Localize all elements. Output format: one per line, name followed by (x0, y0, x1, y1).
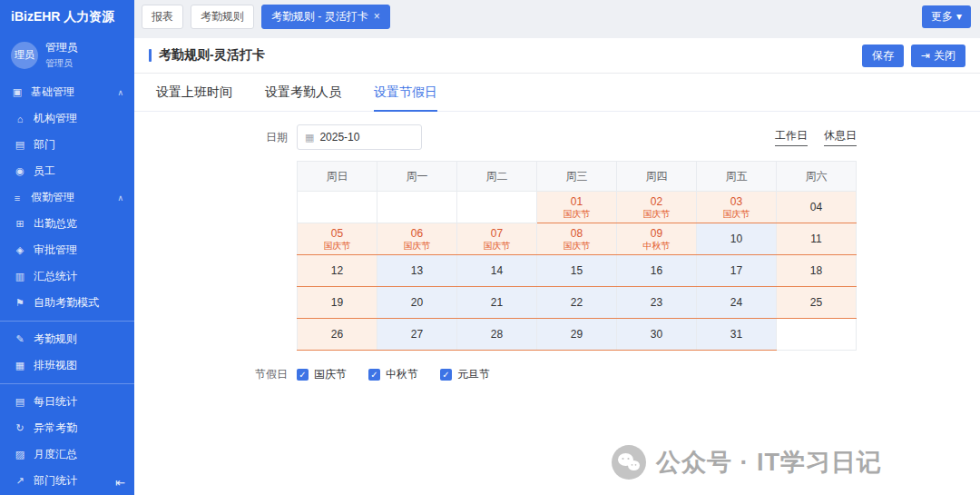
calendar-day-cell[interactable]: 14 (457, 255, 537, 287)
calendar-day-cell[interactable]: 27 (377, 319, 457, 351)
calendar-day-cell[interactable]: 22 (537, 287, 617, 319)
sidebar-item-abnormal-attendance[interactable]: ↻异常考勤 (0, 415, 134, 441)
sidebar-item-dept-stats[interactable]: ↗部门统计 (0, 468, 134, 494)
close-button[interactable]: ⇥ 关闭 (911, 45, 965, 67)
sidebar-item-self-attendance-mode-label: 自助考勤模式 (34, 295, 99, 311)
calendar-day-cell[interactable]: 21 (457, 287, 537, 319)
calendar-day-cell[interactable]: 04 (777, 192, 857, 223)
more-button[interactable]: 更多 ▾ (922, 5, 971, 28)
tab-close-icon[interactable]: × (374, 10, 380, 23)
save-button[interactable]: 保存 (862, 45, 904, 67)
title-row: 考勤规则-灵活打卡 保存 ⇥ 关闭 (134, 38, 980, 74)
date-input[interactable]: ▦ 2025-10 (297, 124, 422, 150)
weekday-header: 周二 (457, 162, 537, 192)
subtab-attendance-staff[interactable]: 设置考勤人员 (265, 84, 341, 112)
sidebar-item-employee[interactable]: ◉员工 (0, 158, 134, 184)
holiday-calendar: 周日周一周二周三周四周五周六 01国庆节02国庆节03国庆节0405国庆节06国… (297, 161, 857, 351)
calendar-day-cell[interactable]: 15 (537, 255, 617, 287)
calendar-day-cell[interactable]: 08国庆节 (537, 223, 617, 255)
checkbox-icon[interactable]: ✓ (368, 369, 380, 381)
sidebar-item-daily-stats[interactable]: ▤每日统计 (0, 389, 134, 415)
tab-attendance-rules-label: 考勤规则 (201, 9, 244, 25)
calendar-weekdays: 周日周一周二周三周四周五周六 (298, 162, 857, 192)
collapse-sidebar-icon[interactable]: ⇤ (115, 476, 125, 490)
edit-icon: ✎ (14, 333, 26, 345)
holiday-checkbox-label: 元旦节 (457, 367, 490, 382)
calendar-day-cell[interactable]: 30 (617, 319, 697, 351)
sidebar-divider (0, 383, 134, 384)
calendar-day-cell[interactable]: 11 (777, 223, 857, 255)
sidebar-item-attendance-rules-label: 考勤规则 (34, 332, 77, 347)
calendar-day-cell (457, 192, 537, 223)
subtab-holidays[interactable]: 设置节假日 (374, 84, 437, 112)
calendar-day-cell[interactable]: 13 (377, 255, 457, 287)
day-number: 30 (617, 328, 696, 341)
calendar-day-cell[interactable]: 16 (617, 255, 697, 287)
content-panel: 考勤规则-灵活打卡 保存 ⇥ 关闭 设置上班时间设置考勤人员设置节假日 日期 ▦… (134, 38, 980, 495)
tab-attendance-rules-flexible[interactable]: 考勤规则 - 灵活打卡× (261, 5, 390, 29)
sidebar-group-attendance-label: 假勤管理 (31, 190, 74, 205)
calendar-day-cell[interactable]: 29 (537, 319, 617, 351)
day-number: 17 (697, 264, 776, 277)
calendar-day-cell[interactable]: 18 (777, 255, 857, 287)
sidebar-item-attendance-rules[interactable]: ✎考勤规则 (0, 326, 134, 352)
legend-restday[interactable]: 休息日 (824, 128, 857, 146)
calendar-day-cell[interactable]: 02国庆节 (617, 192, 697, 223)
day-number: 19 (298, 296, 377, 309)
calendar-day-cell[interactable]: 06国庆节 (377, 223, 457, 255)
user-profile[interactable]: 理员 管理员 管理员 (0, 33, 134, 79)
chevron-down-icon: ▾ (956, 10, 962, 23)
holiday-checkbox-item[interactable]: ✓国庆节 (297, 367, 347, 382)
calendar-day-cell[interactable]: 07国庆节 (457, 223, 537, 255)
tab-report[interactable]: 报表 (142, 5, 183, 29)
calendar-day-cell[interactable]: 31 (697, 319, 777, 351)
sidebar-item-org[interactable]: ⌂机构管理 (0, 105, 134, 132)
calendar-day-cell[interactable]: 05国庆节 (298, 223, 377, 255)
calendar-day-cell[interactable]: 23 (617, 287, 697, 319)
legend-workday[interactable]: 工作日 (775, 128, 808, 146)
calendar-body: 01国庆节02国庆节03国庆节0405国庆节06国庆节07国庆节08国庆节09中… (298, 192, 857, 351)
sidebar: iBizEHR 人力资源 理员 管理员 管理员 ▣基础管理∧⌂机构管理▤部门◉员… (0, 0, 134, 495)
sidebar-item-attendance-overview[interactable]: ⊞出勤总览 (0, 211, 134, 237)
day-number: 23 (617, 296, 696, 309)
holiday-checkboxes: ✓国庆节✓中秋节✓元旦节 (297, 367, 490, 382)
calendar-day-cell[interactable]: 09中秋节 (617, 223, 697, 255)
page-title: 考勤规则-灵活打卡 (159, 47, 265, 64)
calendar-day-cell[interactable]: 26 (298, 319, 377, 351)
day-number: 06 (377, 227, 456, 240)
tab-attendance-rules[interactable]: 考勤规则 (191, 5, 254, 29)
weekday-header: 周六 (777, 162, 857, 192)
sidebar-group-basic[interactable]: ▣基础管理∧ (0, 79, 134, 105)
calendar-day-cell[interactable]: 19 (298, 287, 377, 319)
calendar-day-cell[interactable]: 17 (697, 255, 777, 287)
checkbox-icon[interactable]: ✓ (297, 369, 309, 381)
calendar-day-cell[interactable]: 12 (298, 255, 377, 287)
calendar-day-cell[interactable]: 10 (697, 223, 777, 255)
sidebar-item-schedule-view[interactable]: ▦排班视图 (0, 352, 134, 379)
holiday-checkbox-item[interactable]: ✓元旦节 (440, 367, 490, 382)
calendar-day-cell[interactable]: 01国庆节 (537, 192, 617, 223)
day-number: 28 (457, 328, 536, 341)
holiday-checkbox-item[interactable]: ✓中秋节 (368, 367, 418, 382)
date-value: 2025-10 (319, 131, 359, 144)
calendar-day-cell[interactable]: 25 (777, 287, 857, 319)
calendar-day-cell[interactable]: 03国庆节 (697, 192, 777, 223)
holiday-row: 节假日 ✓国庆节✓中秋节✓元旦节 (249, 367, 857, 382)
sidebar-item-monthly-summary[interactable]: ▨月度汇总 (0, 441, 134, 468)
calendar-week-row: 05国庆节06国庆节07国庆节08国庆节09中秋节1011 (298, 223, 857, 255)
sidebar-item-summary-stats[interactable]: ▥汇总统计 (0, 263, 134, 290)
calendar-day-cell[interactable]: 28 (457, 319, 537, 351)
watermark-text: 公众号 · IT学习日记 (656, 446, 882, 479)
user-meta: 管理员 管理员 (45, 40, 78, 70)
calendar-day-cell[interactable]: 20 (377, 287, 457, 319)
calendar-day-cell (777, 319, 857, 351)
sidebar-item-approval[interactable]: ◈审批管理 (0, 237, 134, 263)
subtab-work-time[interactable]: 设置上班时间 (156, 84, 232, 112)
sidebar-item-department[interactable]: ▤部门 (0, 132, 134, 158)
chevron-up-icon: ∧ (117, 88, 123, 97)
checkbox-icon[interactable]: ✓ (440, 369, 452, 381)
sidebar-item-self-attendance-mode[interactable]: ⚑自助考勤模式 (0, 290, 134, 316)
calendar-day-cell[interactable]: 24 (697, 287, 777, 319)
day-type-legend: 工作日 休息日 (775, 128, 857, 146)
sidebar-group-attendance[interactable]: ≡假勤管理∧ (0, 184, 134, 211)
